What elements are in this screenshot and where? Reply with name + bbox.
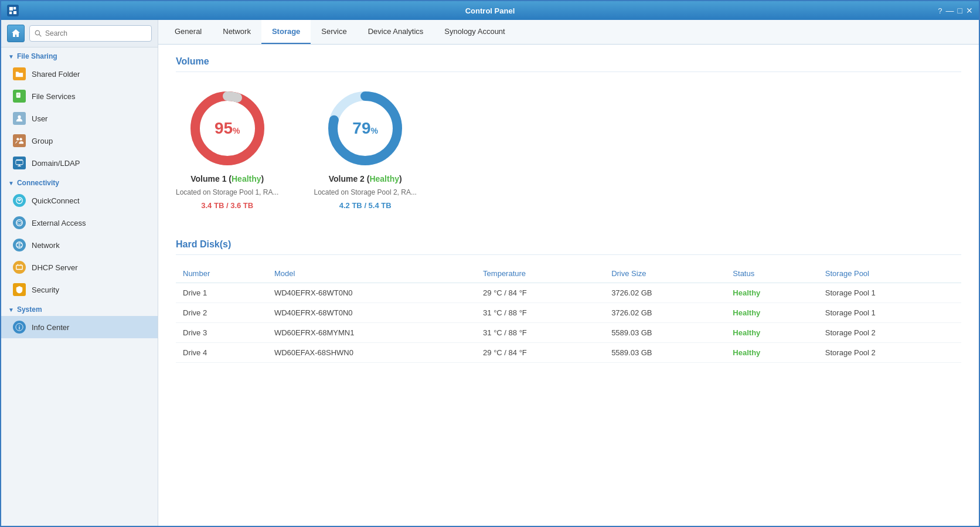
window-title: Control Panel — [465, 6, 515, 15]
group-icon — [13, 134, 26, 147]
cell-drive-size: 3726.02 GB — [604, 283, 726, 303]
sidebar-item-user[interactable]: User — [1, 107, 158, 130]
cell-model: WD40EFRX-68WT0N0 — [267, 283, 476, 303]
svg-line-5 — [39, 34, 42, 36]
svg-rect-13 — [16, 161, 23, 165]
svg-text:i: i — [19, 325, 20, 331]
tab-service[interactable]: Service — [311, 20, 357, 44]
col-status: Status — [726, 264, 818, 283]
sidebar-item-quickconnect[interactable]: QuickConnect — [1, 189, 158, 212]
tab-storage[interactable]: Storage — [261, 20, 311, 44]
cell-number: Drive 1 — [176, 283, 267, 303]
table-row: Drive 3 WD60EFRX-68MYMN1 31 °C / 88 °F 5… — [176, 323, 961, 343]
cell-temperature: 29 °C / 84 °F — [476, 343, 604, 363]
dhcp-icon — [13, 261, 26, 274]
col-drive-size: Drive Size — [604, 264, 726, 283]
svg-rect-2 — [9, 12, 12, 14]
sidebar-header — [1, 20, 158, 47]
external-access-icon — [13, 216, 26, 229]
sidebar-item-shared-folder-label: Shared Folder — [32, 70, 80, 79]
tab-network[interactable]: Network — [212, 20, 261, 44]
file-services-icon — [13, 90, 26, 103]
sidebar-item-security[interactable]: Security — [1, 278, 158, 301]
volume-1-name: Volume 1 (Healthy) — [190, 174, 264, 183]
volume-1-chart: 95% — [186, 87, 268, 169]
maximize-button[interactable]: □ — [958, 6, 962, 15]
sidebar-item-dhcp-server[interactable]: DHCP Server — [1, 256, 158, 278]
tab-general[interactable]: General — [164, 20, 212, 44]
volume-card-1: 95% Volume 1 (Healthy) Located on Storag… — [176, 87, 278, 210]
content-area: General Network Storage Service Device A… — [158, 20, 979, 526]
arrow-icon: ▼ — [8, 53, 14, 60]
user-icon — [13, 112, 26, 125]
volume-1-percentage: 95% — [215, 119, 240, 138]
cell-number: Drive 2 — [176, 303, 267, 323]
col-model: Model — [267, 264, 476, 283]
quickconnect-icon — [13, 194, 26, 207]
app-icon — [7, 5, 19, 16]
sidebar-item-info-center[interactable]: i Info Center — [1, 316, 158, 338]
tab-device-analytics[interactable]: Device Analytics — [358, 20, 434, 44]
title-bar: Control Panel ? — □ ✕ — [1, 1, 979, 20]
sidebar-item-dhcp-server-label: DHCP Server — [32, 263, 78, 272]
sidebar-section-label: File Sharing — [17, 52, 57, 60]
cell-status: Healthy — [726, 303, 818, 323]
cell-model: WD60EFAX-68SHWN0 — [267, 343, 476, 363]
sidebar-item-external-access[interactable]: External Access — [1, 212, 158, 234]
volume-2-location: Located on Storage Pool 2, RA... — [314, 188, 416, 196]
volume-2-name: Volume 2 (Healthy) — [329, 174, 402, 183]
sidebar-item-domain-ldap[interactable]: Domain/LDAP — [1, 152, 158, 174]
sidebar-item-domain-ldap-label: Domain/LDAP — [32, 159, 80, 168]
hard-disk-table: Number Model Temperature Drive Size Stat… — [176, 264, 961, 363]
volume-2-percentage: 79% — [352, 119, 378, 138]
col-temperature: Temperature — [476, 264, 604, 283]
sidebar-item-info-center-label: Info Center — [32, 323, 69, 332]
cell-status: Healthy — [726, 343, 818, 363]
sidebar-connectivity-label: Connectivity — [17, 179, 59, 187]
main-content: Volume 95% — [158, 45, 979, 526]
volume-1-usage: 3.4 TB / 3.6 TB — [201, 201, 253, 210]
tabs-bar: General Network Storage Service Device A… — [158, 20, 979, 45]
search-input[interactable] — [45, 29, 147, 38]
volumes-row: 95% Volume 1 (Healthy) Located on Storag… — [176, 81, 961, 216]
svg-point-10 — [16, 138, 19, 140]
window-controls: ? — □ ✕ — [938, 6, 973, 15]
cell-storage-pool: Storage Pool 2 — [818, 343, 961, 363]
cell-model: WD60EFRX-68MYMN1 — [267, 323, 476, 343]
sidebar-item-network[interactable]: Network — [1, 234, 158, 256]
close-button[interactable]: ✕ — [966, 6, 973, 15]
sidebar-item-file-services[interactable]: File Services — [1, 85, 158, 107]
volume-2-chart: 79% — [324, 87, 406, 169]
svg-rect-0 — [9, 7, 13, 11]
table-row: Drive 4 WD60EFAX-68SHWN0 29 °C / 84 °F 5… — [176, 343, 961, 363]
tab-synology-account[interactable]: Synology Account — [434, 20, 515, 44]
sidebar-item-shared-folder[interactable]: Shared Folder — [1, 63, 158, 85]
sidebar-item-user-label: User — [32, 114, 47, 123]
svg-rect-1 — [13, 7, 16, 9]
cell-storage-pool: Storage Pool 2 — [818, 323, 961, 343]
help-button[interactable]: ? — [938, 6, 942, 15]
sidebar-item-group[interactable]: Group — [1, 130, 158, 152]
sidebar: ▼ File Sharing Shared Folder File Servic… — [1, 20, 158, 526]
cell-drive-size: 3726.02 GB — [604, 303, 726, 323]
cell-drive-size: 5589.03 GB — [604, 323, 726, 343]
info-center-icon: i — [13, 321, 26, 334]
sidebar-section-file-sharing: ▼ File Sharing — [1, 47, 158, 63]
minimize-button[interactable]: — — [946, 6, 954, 15]
cell-storage-pool: Storage Pool 1 — [818, 283, 961, 303]
cell-model: WD40EFRX-68WT0N0 — [267, 303, 476, 323]
shared-folder-icon — [13, 67, 26, 80]
sidebar-item-quickconnect-label: QuickConnect — [32, 196, 80, 205]
home-button[interactable] — [7, 25, 25, 42]
cell-temperature: 29 °C / 84 °F — [476, 283, 604, 303]
sidebar-item-file-services-label: File Services — [32, 92, 75, 101]
cell-temperature: 31 °C / 88 °F — [476, 323, 604, 343]
sidebar-section-system: ▼ System — [1, 301, 158, 316]
cell-drive-size: 5589.03 GB — [604, 343, 726, 363]
volume-card-2: 79% Volume 2 (Healthy) Located on Storag… — [314, 87, 416, 210]
network-icon — [13, 239, 26, 251]
cell-status: Healthy — [726, 323, 818, 343]
home-icon — [11, 29, 21, 38]
main-window: Control Panel ? — □ ✕ ▼ F — [0, 0, 980, 527]
col-storage-pool: Storage Pool — [818, 264, 961, 283]
